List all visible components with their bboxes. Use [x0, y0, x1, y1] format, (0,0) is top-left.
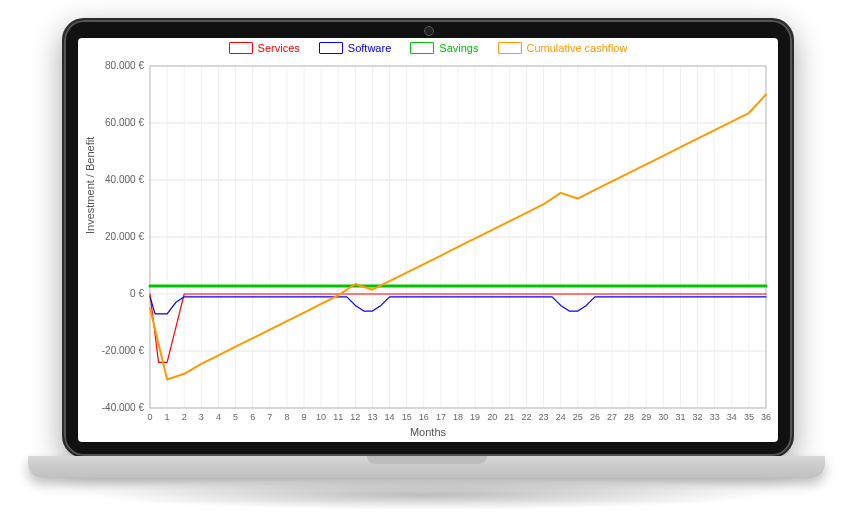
legend-item-software: Software: [319, 42, 391, 54]
svg-text:31: 31: [675, 412, 685, 422]
svg-text:35: 35: [744, 412, 754, 422]
x-axis-label: Months: [78, 426, 778, 438]
legend-label: Services: [258, 42, 300, 54]
legend-item-cumulative: Cumulative cashflow: [498, 42, 628, 54]
svg-text:13: 13: [367, 412, 377, 422]
svg-text:5: 5: [233, 412, 238, 422]
svg-text:-20.000 €: -20.000 €: [102, 345, 145, 356]
svg-text:-40.000 €: -40.000 €: [102, 402, 145, 413]
svg-text:20.000 €: 20.000 €: [105, 231, 144, 242]
svg-text:9: 9: [301, 412, 306, 422]
svg-text:11: 11: [333, 412, 343, 422]
svg-text:29: 29: [641, 412, 651, 422]
svg-text:28: 28: [624, 412, 634, 422]
svg-text:12: 12: [350, 412, 360, 422]
screen: Services Software Savings Cumulative cas…: [78, 38, 778, 442]
svg-text:17: 17: [436, 412, 446, 422]
legend-swatch-cumulative: [498, 42, 522, 54]
svg-text:33: 33: [710, 412, 720, 422]
laptop-base: [28, 456, 825, 478]
legend-label: Cumulative cashflow: [527, 42, 628, 54]
svg-text:20: 20: [487, 412, 497, 422]
svg-text:15: 15: [402, 412, 412, 422]
svg-text:14: 14: [385, 412, 395, 422]
laptop-notch: [367, 456, 487, 464]
svg-text:19: 19: [470, 412, 480, 422]
svg-text:21: 21: [504, 412, 514, 422]
svg-text:80.000 €: 80.000 €: [105, 60, 144, 71]
svg-text:4: 4: [216, 412, 221, 422]
camera-icon: [424, 26, 434, 36]
legend: Services Software Savings Cumulative cas…: [78, 42, 778, 56]
laptop-frame: Services Software Savings Cumulative cas…: [62, 18, 794, 458]
stage: Services Software Savings Cumulative cas…: [0, 0, 853, 530]
legend-swatch-software: [319, 42, 343, 54]
svg-text:23: 23: [539, 412, 549, 422]
svg-text:0: 0: [147, 412, 152, 422]
svg-text:36: 36: [761, 412, 771, 422]
legend-item-services: Services: [229, 42, 300, 54]
chart-container: Services Software Savings Cumulative cas…: [78, 38, 778, 442]
svg-text:2: 2: [182, 412, 187, 422]
svg-text:6: 6: [250, 412, 255, 422]
legend-swatch-savings: [410, 42, 434, 54]
legend-label: Savings: [439, 42, 478, 54]
svg-text:32: 32: [693, 412, 703, 422]
svg-text:1: 1: [165, 412, 170, 422]
chart-svg: -40.000 €-20.000 €0 €20.000 €40.000 €60.…: [78, 38, 778, 442]
svg-text:18: 18: [453, 412, 463, 422]
legend-label: Software: [348, 42, 391, 54]
y-axis-label: Investment / Benefit: [84, 137, 96, 234]
svg-text:8: 8: [284, 412, 289, 422]
svg-text:60.000 €: 60.000 €: [105, 117, 144, 128]
svg-text:16: 16: [419, 412, 429, 422]
svg-text:3: 3: [199, 412, 204, 422]
svg-text:7: 7: [267, 412, 272, 422]
svg-text:25: 25: [573, 412, 583, 422]
svg-text:30: 30: [658, 412, 668, 422]
svg-text:22: 22: [521, 412, 531, 422]
svg-text:27: 27: [607, 412, 617, 422]
svg-text:24: 24: [556, 412, 566, 422]
svg-text:10: 10: [316, 412, 326, 422]
svg-text:0 €: 0 €: [130, 288, 144, 299]
legend-swatch-services: [229, 42, 253, 54]
legend-item-savings: Savings: [410, 42, 478, 54]
svg-text:26: 26: [590, 412, 600, 422]
shadow: [90, 480, 763, 510]
svg-text:40.000 €: 40.000 €: [105, 174, 144, 185]
svg-text:34: 34: [727, 412, 737, 422]
